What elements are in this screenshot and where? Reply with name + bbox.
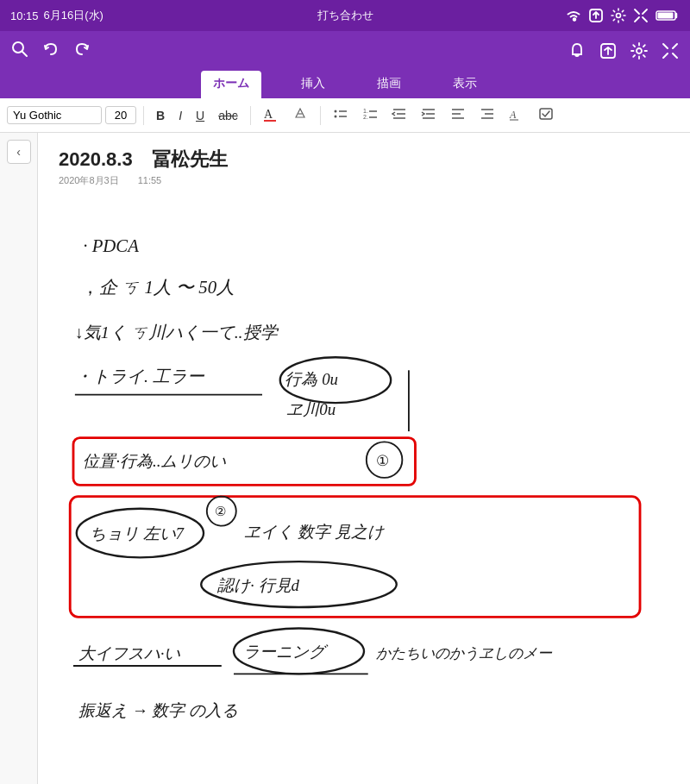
- left-panel: ‹: [0, 133, 38, 784]
- toolbar-right: [568, 41, 680, 60]
- text-style-icon[interactable]: A: [504, 103, 530, 129]
- svg-point-1: [617, 14, 621, 18]
- svg-text:②: ②: [215, 505, 226, 518]
- page-date: 2020年8月3日 11:55: [59, 174, 669, 187]
- svg-text:行為 0u: 行為 0u: [285, 370, 338, 388]
- bullet-list-icon[interactable]: [328, 103, 354, 129]
- svg-text:位置·行為..ムリのい: 位置·行為..ムリのい: [83, 452, 226, 470]
- svg-point-10: [334, 115, 336, 117]
- svg-text:ちョリ 左い7: ちョリ 左い7: [90, 524, 185, 543]
- align-right-icon[interactable]: [474, 103, 500, 129]
- highlight-icon[interactable]: [287, 103, 313, 129]
- numbered-list-icon[interactable]: 1. 2.: [357, 103, 383, 129]
- status-right: [566, 8, 680, 23]
- format-bar: B I U abc A 1. 2.: [0, 98, 690, 133]
- share-toolbar-icon[interactable]: [599, 41, 618, 60]
- font-name-input[interactable]: [7, 106, 102, 124]
- note-content[interactable]: 2020.8.3 冨松先生 2020年8月3日 11:55 · PDCA ， 企…: [38, 133, 690, 784]
- svg-text:ラーニング: ラーニング: [243, 643, 329, 661]
- toolbar-left: [10, 40, 91, 63]
- svg-text:振返え → 数字 の入る: 振返え → 数字 の入る: [78, 702, 238, 720]
- svg-point-6: [637, 48, 642, 53]
- svg-text:ヱイく 数字  見之け: ヱイく 数字 見之け: [244, 523, 384, 541]
- svg-text:·  PDCA: · PDCA: [83, 236, 139, 255]
- status-left: 10:15 6月16日(水): [10, 8, 104, 23]
- svg-text:認け· 行見d: 認け· 行見d: [216, 576, 299, 594]
- underline-button[interactable]: U: [191, 106, 210, 125]
- bold-button[interactable]: B: [151, 106, 170, 125]
- time-display: 10:15: [10, 9, 39, 22]
- tab-home[interactable]: ホーム: [201, 71, 261, 98]
- search-icon[interactable]: [10, 40, 29, 63]
- increase-indent-icon[interactable]: [416, 103, 442, 129]
- svg-text:①: ①: [376, 453, 389, 469]
- font-size-input[interactable]: [105, 106, 136, 124]
- svg-text:かたちいのかうヱしのメー: かたちいのかうヱしのメー: [376, 645, 553, 662]
- share-icon: [588, 8, 604, 23]
- undo-icon[interactable]: [41, 40, 60, 63]
- svg-text:，: ，: [81, 278, 99, 297]
- settings-toolbar-icon[interactable]: [630, 41, 649, 60]
- svg-text:↓気1く  ㄎ川ハく一て..授学: ↓気1く ㄎ川ハく一て..授学: [75, 323, 279, 342]
- status-bar: 10:15 6月16日(水) 打ち合わせ: [0, 0, 690, 31]
- wifi-icon: [566, 9, 581, 22]
- svg-point-4: [13, 42, 23, 53]
- tab-view[interactable]: 表示: [441, 71, 489, 98]
- bell-icon[interactable]: [568, 41, 586, 60]
- main-toolbar: [0, 31, 690, 71]
- svg-text:・トライ. 工ラー: ・トライ. 工ラー: [75, 367, 205, 386]
- italic-button[interactable]: I: [173, 106, 187, 125]
- battery-icon: [656, 9, 680, 22]
- tab-insert[interactable]: 挿入: [289, 71, 337, 98]
- checkbox-icon[interactable]: [533, 103, 559, 129]
- collapse-icon[interactable]: [633, 8, 649, 23]
- svg-text:2.: 2.: [363, 114, 368, 120]
- page-area: ‹ 2020.8.3 冨松先生 2020年8月3日 11:55 · PDCA ，…: [0, 133, 690, 784]
- svg-text:大イフスハ·い: 大イフスハ·い: [78, 644, 181, 662]
- handwriting-canvas[interactable]: · PDCA ， 企 ㄎ 1人 〜 50人 ↓気1く ㄎ川ハく一て..授学 ・ト…: [59, 201, 669, 784]
- font-color-icon[interactable]: A: [258, 103, 284, 129]
- tab-bar: ホーム 挿入 描画 表示: [0, 71, 690, 98]
- svg-text:1.: 1.: [363, 108, 368, 114]
- date-display: 6月16日(水): [44, 8, 104, 23]
- svg-text:ヱ川0u: ヱ川0u: [286, 400, 336, 418]
- tab-draw[interactable]: 描画: [365, 71, 413, 98]
- strikethrough-button[interactable]: abc: [213, 106, 243, 125]
- back-button[interactable]: ‹: [7, 140, 31, 164]
- svg-text:企 ㄎ  1人 〜 50人: 企 ㄎ 1人 〜 50人: [99, 278, 235, 297]
- expand-icon[interactable]: [661, 41, 680, 60]
- svg-text:A: A: [264, 108, 273, 121]
- page-title: 2020.8.3 冨松先生: [59, 147, 669, 172]
- svg-text:A: A: [509, 109, 517, 121]
- svg-rect-3: [658, 13, 674, 19]
- decrease-indent-icon[interactable]: [386, 103, 412, 129]
- settings-icon[interactable]: [611, 8, 626, 23]
- svg-rect-31: [540, 109, 552, 119]
- align-left-icon[interactable]: [445, 103, 471, 129]
- svg-point-9: [334, 110, 336, 112]
- svg-rect-8: [264, 120, 276, 122]
- app-title: 打ち合わせ: [317, 8, 373, 23]
- redo-icon[interactable]: [72, 40, 91, 63]
